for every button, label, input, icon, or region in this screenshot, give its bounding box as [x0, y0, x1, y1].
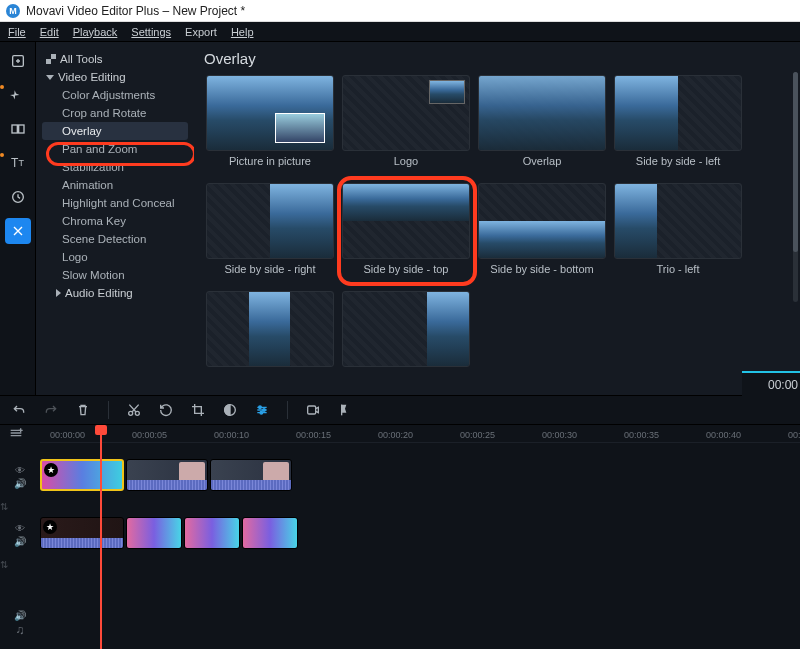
svg-rect-11: [341, 405, 342, 416]
tree-all-tools[interactable]: All Tools: [36, 50, 194, 68]
app-window: M Movavi Video Editor Plus – New Project…: [0, 0, 800, 649]
titlebar: M Movavi Video Editor Plus – New Project…: [0, 0, 800, 22]
grid-icon: [46, 54, 56, 64]
menu-settings[interactable]: Settings: [131, 26, 171, 38]
marker-button[interactable]: [336, 401, 354, 419]
overlay-card-extra1[interactable]: [204, 291, 336, 395]
cut-button[interactable]: [125, 401, 143, 419]
tree-audio-editing[interactable]: Audio Editing: [36, 284, 194, 302]
filters-icon[interactable]: [5, 82, 31, 108]
clip-title2c[interactable]: [242, 517, 298, 549]
overlay-card-pip[interactable]: Picture in picture: [204, 75, 336, 179]
clip-video2[interactable]: ★: [40, 517, 124, 549]
track2-controls: 👁 🔊: [0, 523, 40, 547]
add-track-button[interactable]: [8, 425, 24, 444]
rotate-button[interactable]: [157, 401, 175, 419]
svg-point-9: [260, 411, 263, 414]
menu-help[interactable]: Help: [231, 26, 254, 38]
svg-point-8: [263, 409, 266, 412]
overlay-card-side-bottom[interactable]: Side by side - bottom: [476, 183, 608, 287]
menubar: File Edit Playback Settings Export Help: [0, 22, 800, 42]
audio-track-controls: 🔊 ♫: [0, 610, 40, 637]
clip-title2a[interactable]: [126, 517, 182, 549]
transitions-icon[interactable]: [5, 116, 31, 142]
link-icon[interactable]: ⇅: [0, 559, 8, 570]
color-button[interactable]: [221, 401, 239, 419]
menu-export[interactable]: Export: [185, 26, 217, 38]
titles-icon[interactable]: TT: [5, 150, 31, 176]
eye-icon[interactable]: 👁: [15, 465, 25, 476]
ruler-tick: 00:00:35: [624, 430, 659, 440]
tree-item-scene-detection[interactable]: Scene Detection: [36, 230, 194, 248]
tree-video-editing[interactable]: Video Editing: [36, 68, 194, 86]
overlay-card-logo[interactable]: Logo: [340, 75, 472, 179]
tracks: 👁 🔊 ★ ⇅ 👁 🔊 ★: [0, 443, 740, 643]
ruler-tick: 00:00:10: [214, 430, 249, 440]
tree-item-overlay[interactable]: Overlay: [42, 122, 188, 140]
menu-edit[interactable]: Edit: [40, 26, 59, 38]
tree-item-slow-motion[interactable]: Slow Motion: [36, 266, 194, 284]
overlay-card-side-right[interactable]: Side by side - right: [204, 183, 336, 287]
svg-point-7: [259, 406, 262, 409]
volume-icon[interactable]: 🔊: [14, 478, 26, 489]
overlay-scrollbar[interactable]: [793, 72, 798, 302]
svg-rect-10: [308, 406, 316, 414]
volume-icon[interactable]: 🔊: [14, 610, 26, 621]
tree-item-pan-zoom[interactable]: Pan and Zoom: [36, 140, 194, 158]
main-upper: TT All Tools Video Editing Color Adjustm…: [0, 42, 800, 395]
ruler-tick: 00:00:30: [542, 430, 577, 440]
undo-button[interactable]: [10, 401, 28, 419]
timeline-ruler[interactable]: 00:00:00 00:00:05 00:00:10 00:00:15 00:0…: [40, 425, 800, 443]
ruler-tick: 00:00:15: [296, 430, 331, 440]
music-icon: ♫: [16, 623, 25, 637]
overlay-panel: Overlay Picture in picture Logo Overlap …: [194, 42, 800, 395]
tree-item-chroma-key[interactable]: Chroma Key: [36, 212, 194, 230]
star-icon: ★: [43, 520, 57, 534]
star-icon: ★: [44, 463, 58, 477]
tree-item-highlight-conceal[interactable]: Highlight and Conceal: [36, 194, 194, 212]
clip-video1b[interactable]: [210, 459, 292, 491]
link-icon[interactable]: ⇅: [0, 501, 8, 512]
volume-icon[interactable]: 🔊: [14, 536, 26, 547]
panel-title: Overlay: [204, 50, 790, 67]
adjust-button[interactable]: [253, 401, 271, 419]
menu-playback[interactable]: Playback: [73, 26, 118, 38]
timeline-toolbar: [0, 395, 800, 425]
tree-item-color-adjustments[interactable]: Color Adjustments: [36, 86, 194, 104]
overlay-card-side-top[interactable]: Side by side - top: [340, 183, 472, 287]
clip-title2b[interactable]: [184, 517, 240, 549]
ruler-tick: 00:00:40: [706, 430, 741, 440]
chevron-down-icon: [46, 75, 54, 80]
app-logo-icon: M: [6, 4, 20, 18]
playhead[interactable]: [100, 425, 102, 649]
tools-tree: All Tools Video Editing Color Adjustment…: [36, 42, 194, 395]
overlay-card-side-left[interactable]: Side by side - left: [612, 75, 744, 179]
overlay-card-extra2[interactable]: [340, 291, 472, 395]
eye-icon[interactable]: 👁: [15, 523, 25, 534]
timeline: 00:00:00 00:00:05 00:00:10 00:00:15 00:0…: [0, 425, 800, 649]
tree-item-animation[interactable]: Animation: [36, 176, 194, 194]
overlay-card-overlap[interactable]: Overlap: [476, 75, 608, 179]
delete-button[interactable]: [74, 401, 92, 419]
track1-controls: 👁 🔊: [0, 465, 40, 489]
stickers-icon[interactable]: [5, 184, 31, 210]
tree-item-stabilization[interactable]: Stabilization: [36, 158, 194, 176]
overlay-grid: Picture in picture Logo Overlap Side by …: [204, 75, 790, 395]
chevron-right-icon: [56, 289, 61, 297]
add-media-icon[interactable]: [5, 48, 31, 74]
ruler-tick: 00:00:20: [378, 430, 413, 440]
redo-button[interactable]: [42, 401, 60, 419]
svg-rect-2: [18, 125, 23, 133]
tree-item-crop-rotate[interactable]: Crop and Rotate: [36, 104, 194, 122]
crop-button[interactable]: [189, 401, 207, 419]
icon-sidebar: TT: [0, 42, 36, 395]
overlay-card-trio-left[interactable]: Trio - left: [612, 183, 744, 287]
tree-item-logo[interactable]: Logo: [36, 248, 194, 266]
window-title: Movavi Video Editor Plus – New Project *: [26, 4, 245, 18]
more-tools-icon[interactable]: [5, 218, 31, 244]
clip-video1a[interactable]: [126, 459, 208, 491]
preview-time: 00:00: [742, 371, 800, 397]
clip-title1[interactable]: ★: [40, 459, 124, 491]
record-button[interactable]: [304, 401, 322, 419]
menu-file[interactable]: File: [8, 26, 26, 38]
